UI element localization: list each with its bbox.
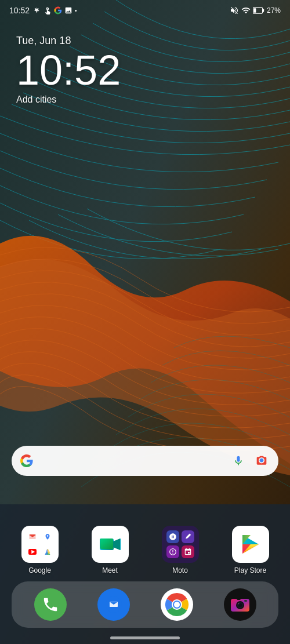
google-search-bar[interactable] [12,446,278,476]
moto-folder-label: Moto [172,566,188,574]
meet-app[interactable]: Meet [79,526,140,574]
clock-time: 10:52 [16,49,121,91]
meet-app-label: Meet [102,566,118,574]
play-store-icon [232,526,269,563]
home-indicator [110,636,180,639]
status-right: 27% [230,6,281,15]
svg-marker-14 [113,539,120,550]
chrome-dock-item[interactable] [161,588,193,621]
google-status-icon [54,6,62,14]
moto-folder-icon [162,526,199,563]
svg-point-5 [46,535,48,537]
svg-rect-31 [237,598,241,600]
clock-widget: Tue, Jun 18 10:52 Add cities [16,35,121,105]
moto-app-folder[interactable]: Moto [150,526,211,574]
svg-rect-3 [263,9,264,12]
clock-date: Tue, Jun 18 [16,35,121,47]
messages-dock-item[interactable] [97,588,130,621]
moto-sub-1 [166,530,179,543]
voice-search-button[interactable] [230,452,247,470]
svg-point-24 [174,602,180,607]
hand-icon [44,6,52,14]
play-store-app[interactable]: Play Store [220,526,281,574]
status-time: 10:52 [9,6,30,15]
google-folder-icon [21,526,59,563]
mute-icon [230,6,239,15]
camera-icon [224,588,256,621]
phone-icon [34,588,67,621]
status-icons-left: • [33,6,77,14]
camera-dock-item[interactable] [224,588,256,621]
drive-mini-icon [41,545,54,558]
play-store-label: Play Store [234,566,266,574]
app-grid: Google [0,526,290,574]
chrome-icon [161,588,193,621]
moto-sub-4 [182,545,194,558]
battery-icon [253,6,264,14]
moto-sub-2 [182,530,194,543]
dock [12,581,278,628]
battery-percentage: 27% [267,6,281,14]
messages-icon [97,588,130,621]
svg-point-30 [238,603,239,605]
moto-sub-3 [166,545,179,558]
youtube-mini-icon [26,545,39,558]
clock-add-cities[interactable]: Add cities [16,94,121,105]
phone-dock-item[interactable] [34,588,67,621]
google-search-logo [20,454,34,468]
svg-rect-4 [253,8,256,13]
lens-search-button[interactable] [253,452,270,470]
notification-dot: • [75,8,77,14]
svg-rect-13 [100,539,113,549]
status-left: 10:52 • [9,6,77,15]
gmail-mini-icon [26,530,39,543]
meet-app-icon [92,526,129,563]
google-folder-label: Google [28,566,51,574]
status-bar: 10:52 • [0,0,290,21]
google-app-folder[interactable]: Google [9,526,70,574]
image-icon [64,6,72,14]
maps-mini-icon [41,530,54,543]
wifi-icon [241,6,251,15]
svg-rect-32 [244,600,247,602]
pinwheel-icon [33,6,41,14]
